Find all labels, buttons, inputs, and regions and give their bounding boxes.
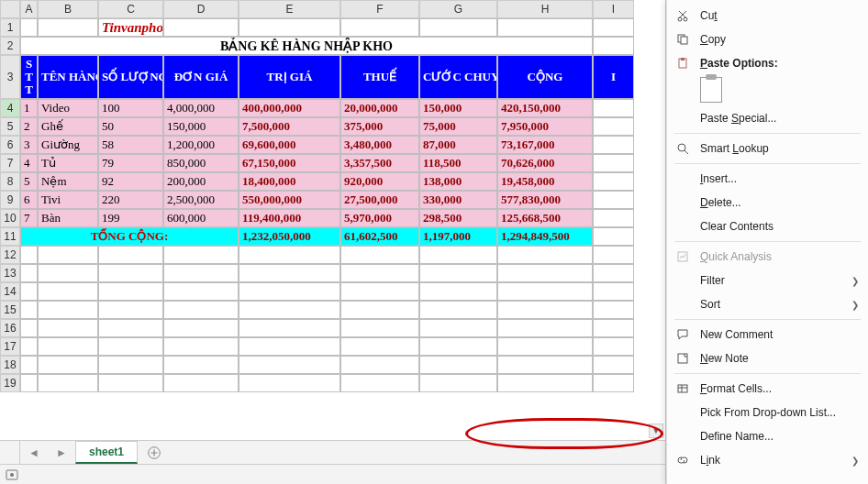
table-header[interactable]: SỐ LƯỢNG [98,55,163,99]
row-header-12[interactable]: 12 [0,246,20,264]
cell[interactable]: 70,626,000 [497,154,593,172]
cell[interactable] [593,301,634,319]
menu-sort[interactable]: Sort❯ [667,292,868,316]
cell[interactable] [593,356,634,374]
col-header-A[interactable]: A [20,0,38,18]
cell[interactable]: 550,000,000 [239,191,340,209]
table-title[interactable]: BẢNG KÊ HÀNG NHẬP KHO [20,37,593,55]
cell[interactable] [20,18,38,37]
cell[interactable]: 298,500 [419,209,497,227]
cell[interactable]: Video [38,99,98,117]
row-header-13[interactable]: 13 [0,264,20,282]
row-header-17[interactable]: 17 [0,337,20,356]
select-all-corner[interactable] [0,0,20,18]
cell[interactable] [593,374,634,392]
row-header-9[interactable]: 9 [0,191,20,209]
cell[interactable] [593,264,634,282]
cell[interactable]: Tivi [38,191,98,209]
col-header-I[interactable]: I [593,0,634,18]
col-header-F[interactable]: F [340,0,419,18]
cell[interactable] [163,301,239,319]
cell[interactable]: 375,000 [340,117,419,136]
cell[interactable]: Tủ [38,154,98,172]
cell[interactable] [497,18,593,37]
cell[interactable] [497,246,593,264]
cell[interactable] [239,282,340,301]
col-header-D[interactable]: D [163,0,239,18]
cell[interactable] [239,18,340,37]
cell[interactable]: 27,500,000 [340,191,419,209]
cell[interactable] [593,172,634,191]
scroll-down-button[interactable]: ▼ [649,424,663,438]
table-header[interactable]: CƯỚC CHUYÊN CHỞ [419,55,497,99]
cell[interactable] [20,246,38,264]
table-header[interactable]: STT [20,55,38,99]
cell[interactable]: 600,000 [163,209,239,227]
cell[interactable] [419,374,497,392]
cell[interactable]: Tinvanphong.com [98,18,163,37]
cell[interactable]: 73,167,000 [497,136,593,154]
cell[interactable] [419,282,497,301]
cell[interactable] [38,374,98,392]
menu-format-cells[interactable]: Format Cells... [667,377,868,401]
menu-filter[interactable]: Filter❯ [667,269,868,292]
row-header-18[interactable]: 18 [0,356,20,374]
cell[interactable] [38,246,98,264]
cell[interactable] [593,319,634,337]
cell[interactable]: 5 [20,172,38,191]
cell[interactable]: 3,357,500 [340,154,419,172]
sheet-tab-active[interactable]: sheet1 [75,441,138,464]
cell[interactable] [163,337,239,356]
cell[interactable] [163,319,239,337]
cell[interactable]: 3 [20,136,38,154]
cell[interactable] [497,301,593,319]
cell[interactable] [98,374,163,392]
table-header[interactable]: ĐƠN GIÁ [163,55,239,99]
cell[interactable] [38,356,98,374]
cell[interactable] [593,18,634,37]
cell[interactable]: 125,668,500 [497,209,593,227]
cell[interactable] [20,356,38,374]
cell[interactable]: 79 [98,154,163,172]
row-header-2[interactable]: 2 [0,37,20,55]
cell[interactable] [593,246,634,264]
cell[interactable]: 92 [98,172,163,191]
menu-define-name[interactable]: Define Name... [667,424,868,448]
cell[interactable]: I [593,55,634,99]
table-header[interactable]: CỘNG [497,55,593,99]
cell[interactable] [497,264,593,282]
cell[interactable] [98,337,163,356]
cell[interactable] [98,301,163,319]
cell[interactable]: 330,000 [419,191,497,209]
cell[interactable] [38,301,98,319]
cell[interactable]: 220 [98,191,163,209]
cell[interactable] [419,246,497,264]
record-macro-icon[interactable] [6,469,18,480]
cell[interactable] [497,356,593,374]
row-header-4[interactable]: 4 [0,99,20,117]
table-header[interactable]: TRỊ GIÁ [239,55,340,99]
col-header-G[interactable]: G [419,0,497,18]
cell[interactable]: 118,500 [419,154,497,172]
cell[interactable]: 50 [98,117,163,136]
cell[interactable] [98,356,163,374]
cell[interactable]: 18,400,000 [239,172,340,191]
cell[interactable] [163,356,239,374]
col-header-B[interactable]: B [38,0,98,18]
cell[interactable] [593,191,634,209]
cell[interactable] [239,301,340,319]
cell[interactable]: 199 [98,209,163,227]
cell[interactable] [239,319,340,337]
cell[interactable]: 7,950,000 [497,117,593,136]
menu-insert[interactable]: Insert... [667,167,868,191]
cell[interactable] [20,374,38,392]
cell[interactable] [20,319,38,337]
menu-clear-contents[interactable]: Clear Contents [667,214,868,238]
row-header-11[interactable]: 11 [0,227,20,246]
cell[interactable]: 920,000 [340,172,419,191]
cell[interactable] [163,282,239,301]
row-header-5[interactable]: 5 [0,117,20,136]
cell[interactable]: 2 [20,117,38,136]
cell[interactable] [38,282,98,301]
cell[interactable] [239,356,340,374]
